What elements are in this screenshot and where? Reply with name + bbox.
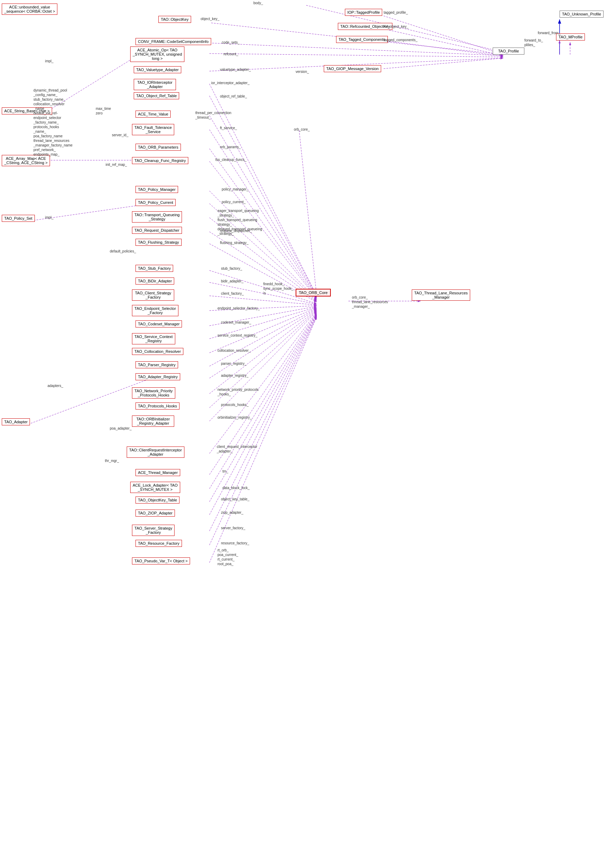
node-tao-adapter: TAO_Adapter — [2, 418, 30, 425]
node-label-ace-atomic-op: ACE_Atomic_Op< TAO_SYNCH_MUTEX, unsigned… — [133, 48, 182, 60]
node-label-ace-atomic-op-ex: ACE::unbounded_value_sequence< CORBA::Oc… — [4, 5, 55, 13]
node-label-conv-frame: CONV_FRAME::CodeSetComponentInfo — [138, 39, 209, 43]
label-ziop-adapter: ziop_adapter_ — [221, 511, 243, 515]
node-label-tao-refcounted-objectkey: TAO::Refcounted_ObjectKey — [340, 24, 390, 28]
node-tao-adapter-registry: TAO_Adapter_Registry — [136, 373, 180, 380]
label-orb-core-thread-lane: orb_core_thread_lane_resources_manager_ — [352, 295, 388, 309]
node-label-tao-pseudo-var-t: TAO_Pseudo_Var_T< Object > — [134, 559, 188, 563]
label-valuetype-adapter: valuetype_adapter_ — [220, 68, 251, 71]
label-forward-to: forward_to_plilies_ — [524, 38, 543, 47]
label-thr-mgr: thr_mgr_ — [105, 459, 119, 463]
label-forward-from: forward_from_ — [538, 31, 560, 35]
node-tao-protocols-hooks: TAO_Protocols_Hooks — [136, 403, 179, 409]
label-adapters: adapters_ — [48, 384, 63, 388]
node-tao-giop-message-version: TAO_GIOP_Message_Version — [324, 65, 381, 72]
node-tao-ziop-adapter: TAO_ZIOP_Adapter — [136, 510, 175, 516]
label-tagged-profile: tagged_profile_ — [383, 11, 408, 14]
svg-line-9 — [209, 54, 503, 57]
label-finedd-hook: finedd_hook_sync_scope_hook_is — [263, 282, 294, 295]
label-max-time-zero: max_timezero — [96, 106, 111, 116]
node-label-tao-clientrequestinterceptor-adapter: TAO::ClientRequestInterceptor_Adapter — [129, 448, 182, 456]
node-label-tao-network-priority-protocols-hooks: TAO_Network_Priority_Protocols_Hooks — [134, 389, 173, 397]
node-label-tao-protocols-hooks: TAO_Protocols_Hooks — [138, 404, 177, 408]
node-tao-valuetype-adapter: TAO_Valuetype_Adapter — [134, 66, 181, 73]
node-label-ace-thread-manager: ACE_Thread_Manager — [138, 470, 178, 475]
node-label-ace-lock-adapter: ACE_Lock_Adapter< TAO_SYNCH_MUTEX > — [133, 483, 178, 491]
node-label-tao-unknown-profile: TAO_Unknown_Profile — [562, 12, 601, 16]
label-endpoint-selector-factory: endpoint_selector_factory_ — [218, 306, 260, 310]
label-orb-params: orb_params_ — [220, 145, 241, 149]
node-label-tao-policy-current: TAO_Policy_Current — [138, 200, 173, 205]
label-impl-ace-string: impl_ — [45, 59, 54, 63]
node-tao-resource-factory: TAO_Resource_Factory — [136, 540, 182, 547]
label-collocation-resolver: collocation_resolver_ — [218, 349, 250, 352]
label-policy-current: policy_current_ — [222, 200, 246, 204]
svg-line-7 — [383, 40, 503, 56]
node-tao-stub-factory: TAO_Stub_Factory — [136, 265, 173, 272]
node-ace-lock-adapter: ACE_Lock_Adapter< TAO_SYNCH_MUTEX > — [130, 482, 180, 493]
label-default-policies: default_policies_ — [110, 249, 136, 253]
node-label-tao-adapter: TAO_Adapter — [4, 420, 28, 424]
node-tao-codeset-manager: TAO_Codeset_Manager — [136, 321, 182, 327]
diagram-container: TAO_Unknown_Profile TAO_MProfile IOP::Ta… — [0, 0, 612, 868]
label-orbinitializer-registry: orbinitiailzer_registry_ — [218, 415, 252, 419]
node-label-tao-valuetype-adapter: TAO_Valuetype_Adapter — [136, 68, 179, 72]
node-ace-atomic-op-ex: ACE::unbounded_value_sequence< CORBA::Oc… — [2, 3, 57, 15]
node-tao-fault-tolerance-service: TAO_Fault_Tolerance_Service — [132, 124, 174, 135]
label-rt-orb-etc: rt_orb_poa_current_rt_current_root_poa_ — [218, 548, 238, 566]
label-orb-core: orb_core_ — [294, 127, 310, 131]
node-tao-orb-parameters: TAO_ORB_Parameters — [136, 144, 181, 151]
label-object-key-table: object_key_table_ — [221, 497, 249, 501]
node-label-tao-iorinterceptor-adapter: TAO_IORInterceptor_Adapter — [137, 80, 172, 89]
node-label-tao-parser-registry: TAO_Parser_Registry — [138, 363, 176, 367]
label-stub-factory: stub_factory_ — [221, 267, 242, 270]
node-label-tao-codeset-manager: TAO_Codeset_Manager — [138, 322, 179, 326]
label-ref-object-key: ref_object_key_ — [383, 25, 409, 28]
node-label-tao-mprofile: TAO_MProfile — [558, 35, 583, 39]
node-label-tao-orbinitiailzer-registry-adapter: TAO::ORBInitializer_Registry_Adapter — [136, 417, 170, 425]
node-tao-endpoint-selector-factory: TAO_Endpoint_Selector_Factory — [132, 305, 178, 316]
node-tao-policy-current: TAO_Policy_Current — [136, 199, 176, 206]
svg-line-4 — [383, 16, 503, 54]
label-client-request-interceptor-adapter: client_request_interceptor_adapter_ — [217, 444, 257, 454]
label-service-context-registry: service_context_registry_ — [218, 333, 257, 337]
label-bidir-adapter: bidir_adapter_ — [221, 279, 244, 283]
node-label-tao-stub-factory: TAO_Stub_Factory — [138, 266, 171, 270]
label-data-block-lock: data_block_lock_ — [223, 486, 249, 490]
node-label-tao-orb-core: TAO_ORB_Core — [299, 290, 328, 295]
node-label-iop-taggedprofile: IOP::TaggedProfile — [347, 10, 380, 14]
node-label-tao-service-context-registry: TAO_Service_Context_Registry — [134, 335, 173, 343]
svg-line-40 — [209, 315, 317, 515]
node-label-tao-tagged-components: TAO_Tagged_Components — [338, 37, 385, 42]
node-tao-request-dispatcher: TAO_Request_Dispatcher — [132, 227, 182, 234]
label-code-sets: code_sets_ — [222, 40, 240, 44]
label-body: body_ — [253, 1, 263, 5]
svg-line-10 — [383, 58, 503, 69]
label-resource-factory: resource_factory_ — [221, 541, 249, 545]
label-adapter-registry: adapter_registry_ — [221, 374, 249, 378]
svg-line-8 — [209, 43, 503, 56]
svg-line-38 — [209, 313, 317, 489]
label-protocols-hooks: protocols_hooks_ — [221, 403, 249, 407]
node-label-tao-objectkey: TAO::ObjectKey — [161, 17, 189, 22]
node-label-tao-giop-message-version: TAO_GIOP_Message_Version — [326, 67, 379, 71]
node-ace-atomic-op: ACE_Atomic_Op< TAO_SYNCH_MUTEX, unsigned… — [130, 46, 184, 62]
node-label-tao-endpoint-selector-factory: TAO_Endpoint_Selector_Factory — [134, 306, 176, 315]
node-ace-time-value: ACE_Time_Value — [136, 110, 171, 118]
node-label-tao-adapter-registry: TAO_Adapter_Registry — [138, 375, 178, 379]
node-tao-objectkey-table: TAO_ObjectKey_Table — [136, 496, 179, 504]
node-tao-pseudo-var-t: TAO_Pseudo_Var_T< Object > — [132, 557, 190, 564]
node-tao-policy-set: TAO_Policy_Set — [2, 215, 35, 222]
node-label-tao-collocation-resolver: TAO_Collocation_Resolver — [134, 349, 181, 353]
svg-line-50 — [299, 130, 317, 296]
node-conv-frame-codesetcomponentinfo: CONV_FRAME::CodeSetComponentInfo — [136, 38, 211, 45]
node-tao-parser-registry: TAO_Parser_Registry — [136, 361, 178, 368]
node-tao-iorinterceptor-adapter: TAO_IORInterceptor_Adapter — [134, 79, 176, 90]
label-codeset-manager: codeset_manager_ — [221, 321, 251, 324]
node-label-tao-transport-queueing-strategy: TAO::Transport_Queueing_Strategy — [134, 213, 179, 221]
node-label-tao-orb-parameters: TAO_ORB_Parameters — [138, 145, 178, 149]
node-tao-objectkey: TAO::ObjectKey — [158, 16, 191, 23]
node-label-tao-bidir-adapter: TAO_BiDir_Adapter — [138, 279, 172, 283]
node-label-tao-ziop-adapter: TAO_ZIOP_Adapter — [138, 511, 172, 515]
node-tao-client-strategy-factory: TAO_Client_Strategy_Factory — [132, 290, 174, 301]
